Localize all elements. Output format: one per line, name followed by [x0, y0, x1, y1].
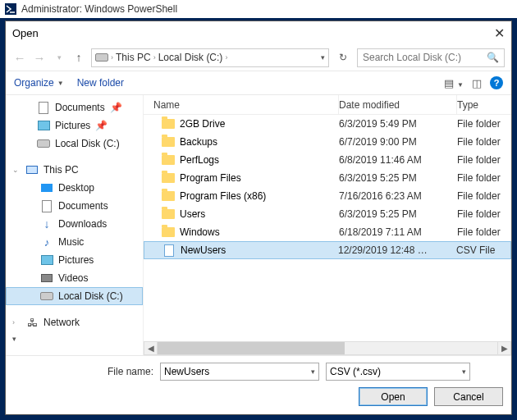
sidebar-item-music[interactable]: ♪ Music: [6, 233, 143, 251]
file-name: 2GB Drive: [180, 118, 225, 130]
view-options-button[interactable]: ▤ ▼: [444, 77, 464, 89]
folder-icon: [162, 226, 175, 239]
chevron-right-icon: ›: [225, 53, 227, 62]
file-type: File folder: [457, 208, 511, 220]
network-icon: 🖧: [25, 316, 39, 329]
file-date: 6/18/2019 7:11 AM: [339, 226, 457, 238]
up-button[interactable]: ↑: [71, 51, 86, 64]
csv-file-icon: [162, 244, 176, 257]
file-type: File folder: [457, 190, 511, 202]
dialog-title: Open: [12, 27, 39, 39]
scroll-left-icon[interactable]: ◀: [144, 341, 158, 355]
expand-icon[interactable]: ⌄: [12, 166, 19, 174]
close-icon[interactable]: ✕: [494, 25, 505, 41]
folder-icon: [162, 117, 175, 130]
sidebar-item-videos[interactable]: Videos: [6, 269, 143, 287]
file-row[interactable]: Users6/3/2019 5:25 PMFile folder: [144, 205, 511, 223]
new-folder-button[interactable]: New folder: [77, 77, 124, 89]
column-header-date[interactable]: Date modified: [339, 95, 457, 114]
horizontal-scrollbar[interactable]: ◀ ▶: [144, 341, 511, 355]
folder-icon: [162, 171, 175, 185]
file-name: Windows: [180, 226, 220, 238]
address-bar[interactable]: › This PC › Local Disk (C:) › ▾: [91, 48, 329, 67]
filetype-filter[interactable]: CSV (*.csv) ▾: [326, 363, 470, 381]
file-type: File folder: [457, 118, 511, 130]
disk-icon: [95, 51, 108, 64]
folder-icon: [162, 135, 175, 148]
cancel-button[interactable]: Cancel: [434, 387, 503, 406]
powershell-titlebar: Administrator: Windows PowerShell: [0, 0, 517, 18]
file-row[interactable]: PerfLogs6/8/2019 11:46 AMFile folder: [144, 151, 511, 169]
pin-icon: 📌: [95, 120, 108, 131]
file-name: Program Files: [180, 172, 241, 184]
navigation-pane: Documents 📌 Pictures 📌 Local Disk (C:) ⌄…: [6, 95, 144, 355]
organize-button[interactable]: Organize ▼: [14, 77, 64, 89]
downloads-icon: ↓: [40, 217, 53, 231]
breadcrumb-disk[interactable]: Local Disk (C:): [158, 52, 223, 63]
file-type: CSV File: [456, 244, 510, 256]
scrollbar-thumb[interactable]: [158, 342, 345, 354]
chevron-down-icon[interactable]: ▾: [462, 368, 466, 376]
sidebar-item-pictures[interactable]: Pictures 📌: [6, 116, 143, 135]
recent-dropdown-icon[interactable]: ▾: [52, 53, 66, 62]
file-type: File folder: [457, 226, 511, 238]
pc-icon: [25, 163, 39, 176]
file-row[interactable]: Program Files (x86)7/16/2016 6:23 AMFile…: [144, 187, 511, 205]
folder-icon: [162, 189, 175, 203]
sidebar-item-thispc[interactable]: ⌄ This PC: [6, 161, 143, 179]
file-row[interactable]: Program Files6/3/2019 5:25 PMFile folder: [144, 169, 511, 187]
chevron-down-icon: ▼: [57, 80, 64, 87]
file-name: NewUsers: [181, 244, 226, 256]
expand-icon[interactable]: ›: [12, 318, 15, 326]
file-type: File folder: [457, 136, 511, 148]
desktop-icon: [40, 181, 53, 194]
sidebar-item-downloads[interactable]: ↓ Downloads: [6, 215, 143, 233]
search-box[interactable]: 🔍: [357, 48, 505, 67]
file-date: 6/3/2019 5:25 PM: [339, 172, 457, 184]
file-type: File folder: [457, 172, 511, 184]
search-icon: 🔍: [487, 52, 499, 63]
refresh-button[interactable]: ↻: [334, 48, 352, 67]
file-date: 7/16/2016 6:23 AM: [339, 190, 457, 202]
filename-input[interactable]: NewUsers ▾: [160, 363, 319, 381]
breadcrumb-thispc[interactable]: This PC: [116, 52, 151, 63]
file-row[interactable]: Windows6/18/2019 7:11 AMFile folder: [144, 223, 511, 241]
sidebar-item-quick-disk[interactable]: Local Disk (C:): [6, 135, 143, 153]
document-icon: [37, 101, 50, 114]
chevron-down-icon[interactable]: ▾: [311, 368, 315, 376]
pin-icon: 📌: [110, 102, 122, 113]
file-row[interactable]: NewUsers12/29/2019 12:48 …CSV File: [144, 241, 511, 259]
file-row[interactable]: Backups6/7/2019 9:00 PMFile folder: [144, 133, 511, 151]
sidebar-item-documents-pc[interactable]: Documents: [6, 197, 143, 215]
chevron-down-icon[interactable]: ▾: [12, 335, 16, 343]
sidebar-item-desktop[interactable]: Desktop: [6, 179, 143, 197]
sidebar-item-pictures-pc[interactable]: Pictures: [6, 251, 143, 269]
scroll-right-icon[interactable]: ▶: [497, 341, 511, 355]
sidebar-item-documents[interactable]: Documents 📌: [6, 98, 143, 116]
pictures-icon: [40, 253, 53, 267]
file-type: File folder: [457, 154, 511, 166]
forward-button[interactable]: →: [32, 51, 47, 65]
open-dialog: Open ✕ ← → ▾ ↑ › This PC › Local Disk (C…: [5, 21, 512, 415]
help-icon[interactable]: ?: [490, 76, 503, 89]
chevron-right-icon: ›: [111, 53, 113, 62]
document-icon: [40, 199, 53, 212]
file-date: 6/3/2019 5:25 PM: [339, 208, 457, 220]
address-dropdown-icon[interactable]: ▾: [321, 53, 325, 62]
pictures-icon: [37, 119, 50, 132]
file-row[interactable]: 2GB Drive6/3/2019 5:49 PMFile folder: [144, 115, 511, 133]
sidebar-item-network[interactable]: › 🖧 Network: [6, 313, 143, 331]
open-button[interactable]: Open: [359, 387, 428, 406]
disk-icon: [37, 137, 50, 150]
file-date: 6/3/2019 5:49 PM: [339, 118, 457, 130]
file-list: 2GB Drive6/3/2019 5:49 PMFile folderBack…: [144, 115, 511, 341]
folder-icon: [162, 153, 175, 167]
search-input[interactable]: [363, 52, 486, 63]
file-name: PerfLogs: [180, 154, 219, 166]
preview-pane-button[interactable]: ◫: [472, 77, 482, 89]
column-header-name[interactable]: Name: [144, 95, 339, 114]
chevron-right-icon: ›: [153, 53, 156, 62]
column-header-type[interactable]: Type: [457, 95, 511, 114]
sidebar-item-local-disk[interactable]: Local Disk (C:): [6, 287, 143, 305]
back-button[interactable]: ←: [12, 51, 27, 65]
